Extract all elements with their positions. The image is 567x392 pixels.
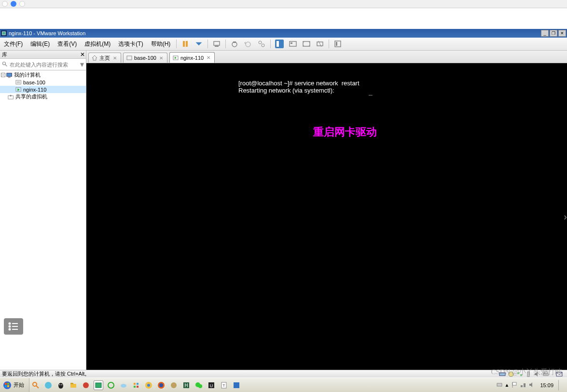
svg-point-66 <box>198 384 202 388</box>
tray-volume-icon[interactable] <box>528 381 535 389</box>
snapshot-icon[interactable] <box>230 40 239 48</box>
sidebar-header: 库 ✕ <box>0 51 86 59</box>
svg-point-18 <box>3 62 6 65</box>
svg-point-8 <box>259 41 262 44</box>
svg-rect-71 <box>234 382 239 388</box>
menu-edit[interactable]: 编辑(E) <box>27 38 54 50</box>
taskbar-app-360[interactable] <box>106 380 116 390</box>
pause-icon[interactable] <box>181 40 190 48</box>
next-nav-icon[interactable]: › <box>564 211 567 222</box>
svg-rect-41 <box>7 385 9 387</box>
sidebar-search-input[interactable] <box>10 62 78 68</box>
sound-icon[interactable] <box>533 371 541 378</box>
unity-icon[interactable] <box>275 40 284 48</box>
console-cursor: _ <box>369 88 373 95</box>
menu-file[interactable]: 文件(F) <box>0 38 27 50</box>
search-dropdown-icon[interactable]: ▾ <box>80 60 84 69</box>
menu-vm[interactable]: 虚拟机(M) <box>81 38 114 50</box>
tray-up-icon[interactable]: ▲ <box>505 382 510 388</box>
menu-tabs[interactable]: 选项卡(T) <box>114 38 147 50</box>
tab-close-icon[interactable]: ✕ <box>112 55 118 61</box>
dropdown-icon[interactable] <box>194 40 203 48</box>
status-tray <box>498 371 567 378</box>
sidebar-title: 库 <box>2 51 7 58</box>
svg-rect-11 <box>279 41 282 47</box>
svg-rect-55 <box>137 383 138 385</box>
send-ctrl-alt-del-icon[interactable] <box>212 40 221 48</box>
taskbar-app-browser[interactable] <box>43 380 53 390</box>
tree-item-row[interactable]: base-100 <box>0 79 86 86</box>
minimize-button[interactable]: _ <box>541 30 549 37</box>
thumbnail-icon[interactable] <box>289 40 297 48</box>
outer-gap <box>0 8 567 29</box>
svg-rect-56 <box>134 386 136 388</box>
taskbar-app-wechat[interactable] <box>194 380 204 390</box>
tree-item-row[interactable]: nginx-110 <box>0 86 86 93</box>
cd-icon[interactable] <box>507 371 515 378</box>
tab-home[interactable]: 主页 ✕ <box>88 53 121 63</box>
taskbar-app-hbuilder[interactable]: H <box>181 380 191 390</box>
network-icon[interactable] <box>516 371 524 378</box>
window-titlebar[interactable]: nginx-110 - VMware Workstation _ ❐ ✕ <box>0 29 567 38</box>
taskbar-app-generic[interactable] <box>131 380 141 390</box>
taskbar-app-red[interactable] <box>81 380 91 390</box>
taskbar-app-generic2[interactable] <box>169 380 179 390</box>
hdd-icon[interactable] <box>498 371 506 378</box>
svg-point-26 <box>10 95 12 96</box>
tab-close-icon[interactable]: ✕ <box>158 55 164 61</box>
svg-rect-29 <box>499 373 505 376</box>
menu-view[interactable]: 查看(V) <box>54 38 81 50</box>
taskbar-app-search[interactable] <box>31 380 41 390</box>
taskbar-app-qq[interactable] <box>56 380 66 390</box>
tray-clock[interactable]: 15:09 <box>537 382 556 388</box>
library-icon[interactable] <box>333 40 342 48</box>
message-icon[interactable] <box>555 371 563 378</box>
taskbar-app-vmware[interactable] <box>94 380 103 390</box>
console-output: [root@localhost ~]# service network rest… <box>238 80 360 95</box>
maximize-button[interactable]: ❐ <box>550 30 557 37</box>
taskbar-app-blue[interactable] <box>232 380 241 390</box>
tab-close-icon[interactable]: ✕ <box>206 55 211 60</box>
svg-line-19 <box>5 64 7 66</box>
vm-icon <box>126 55 132 61</box>
browser-top-strip <box>0 0 567 8</box>
tree-root-row[interactable]: − 我的计算机 <box>0 71 86 79</box>
tree-root-label: 我的计算机 <box>14 71 41 79</box>
fullscreen-icon[interactable] <box>302 40 311 48</box>
tray-printer-icon[interactable] <box>496 381 503 389</box>
tray-network-icon[interactable] <box>520 381 526 389</box>
printer-icon[interactable] <box>542 371 550 378</box>
svg-point-81 <box>9 329 11 330</box>
start-button[interactable]: 开始 <box>0 378 29 392</box>
tab-label: 主页 <box>99 54 110 62</box>
stretch-icon[interactable] <box>316 40 324 48</box>
close-button[interactable]: ✕ <box>558 30 566 37</box>
tray-flag-icon[interactable] <box>511 381 518 389</box>
taskbar-app-folder[interactable] <box>69 380 78 390</box>
toc-button[interactable] <box>4 318 23 335</box>
vm-console[interactable]: [root@localhost ~]# service network rest… <box>86 63 567 370</box>
svg-rect-73 <box>512 382 516 385</box>
tab-nginx-110[interactable]: nginx-110 ✕ <box>169 52 215 63</box>
windows-logo-icon <box>3 381 12 390</box>
vm-running-icon <box>15 87 22 93</box>
snapshot-revert-icon[interactable] <box>244 40 252 48</box>
svg-point-53 <box>121 384 126 388</box>
tree-shared-row[interactable]: 共享的虚拟机 <box>0 93 86 100</box>
svg-point-77 <box>9 323 11 324</box>
sidebar-close-button[interactable]: ✕ <box>79 51 86 58</box>
collapse-icon[interactable]: − <box>1 73 5 77</box>
windows-taskbar[interactable]: 开始 H U T ▲ 15:09 <box>0 378 567 392</box>
taskbar-app-text[interactable]: T <box>219 380 229 390</box>
taskbar-app-firefox[interactable] <box>156 380 166 390</box>
tab-base-100[interactable]: base-100 ✕ <box>123 53 167 63</box>
usb-icon[interactable] <box>525 371 532 378</box>
taskbar-app-chrome[interactable] <box>144 380 153 390</box>
svg-rect-17 <box>336 42 337 46</box>
search-icon <box>2 60 8 69</box>
show-desktop-button[interactable] <box>558 380 563 391</box>
snapshot-manager-icon[interactable] <box>257 40 266 48</box>
taskbar-app-cloud[interactable] <box>119 380 128 390</box>
menu-help[interactable]: 帮助(H) <box>147 38 175 50</box>
taskbar-app-unity[interactable]: U <box>207 380 216 390</box>
